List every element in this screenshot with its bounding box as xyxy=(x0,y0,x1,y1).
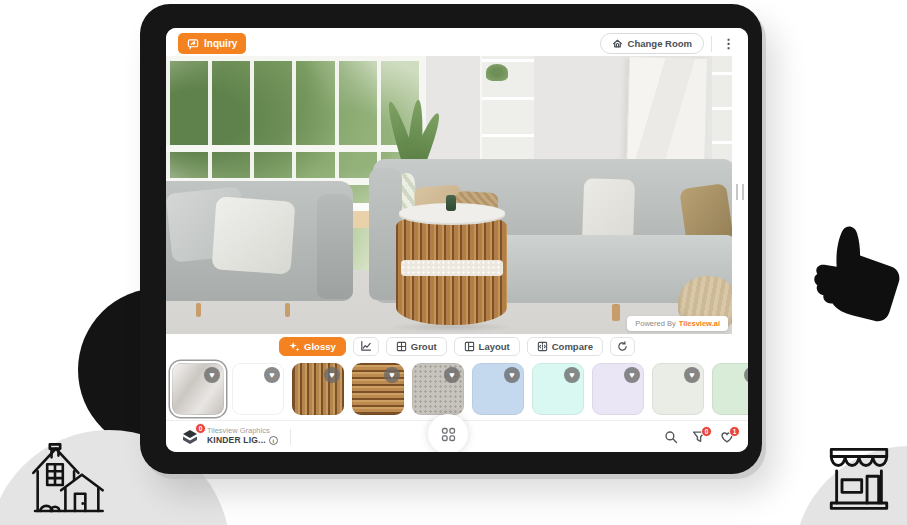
footer-divider xyxy=(290,429,291,445)
tile-swatch-sage[interactable]: ♥ xyxy=(652,363,704,415)
inquiry-icon xyxy=(187,38,199,50)
glossy-label: Glossy xyxy=(304,341,336,352)
left-sofa-pillow-white xyxy=(212,196,296,274)
tablet-device: Inquiry Change Room ⋮ xyxy=(140,4,762,474)
favorite-heart-icon[interactable]: ♥ xyxy=(324,367,340,383)
change-room-label: Change Room xyxy=(628,38,692,49)
room-shelf-plant xyxy=(486,64,509,81)
tile-swatch-white[interactable]: ♥ xyxy=(232,363,284,415)
search-icon[interactable] xyxy=(664,430,678,444)
tile-swatch-wood-vertical[interactable]: ♥ xyxy=(292,363,344,415)
logo-badge: 0 xyxy=(195,423,206,434)
chart-icon xyxy=(360,340,372,352)
left-sofa xyxy=(166,181,353,309)
layout-icon xyxy=(464,341,475,352)
favorite-heart-icon[interactable]: ♥ xyxy=(204,367,220,383)
app-screen: Inquiry Change Room ⋮ xyxy=(166,28,748,452)
favorite-heart-icon[interactable]: ♥ xyxy=(744,367,748,383)
apps-grid-icon xyxy=(441,427,456,442)
inquiry-button[interactable]: Inquiry xyxy=(178,33,246,54)
powered-by-prefix: Powered By xyxy=(635,319,675,328)
tile-swatch-wood-horizontal[interactable]: ♥ xyxy=(352,363,404,415)
glossy-button[interactable]: Glossy xyxy=(279,337,346,356)
drag-handle-icon[interactable] xyxy=(736,184,744,200)
tile-swatch-green[interactable]: ♥ xyxy=(712,363,748,415)
refresh-icon xyxy=(617,341,628,352)
compare-icon xyxy=(537,341,548,352)
favorite-heart-icon[interactable]: ♥ xyxy=(444,367,460,383)
filter-badge: 0 xyxy=(701,426,712,437)
selected-product-name: KINDER LIG... xyxy=(207,436,266,446)
refresh-button[interactable] xyxy=(610,337,635,356)
inquiry-label: Inquiry xyxy=(204,38,237,49)
favorite-heart-icon[interactable]: ♥ xyxy=(264,367,280,383)
powered-by-brand: Tilesview.ai xyxy=(679,319,720,328)
favorite-heart-icon[interactable]: ♥ xyxy=(504,367,520,383)
left-sofa-arm xyxy=(317,194,353,299)
favorite-heart-icon[interactable]: ♥ xyxy=(624,367,640,383)
grout-label: Grout xyxy=(411,341,437,352)
store-icon xyxy=(820,444,898,512)
info-icon[interactable]: i xyxy=(269,436,278,445)
tile-swatch-lavender[interactable]: ♥ xyxy=(592,363,644,415)
favorite-heart-icon[interactable]: ♥ xyxy=(384,367,400,383)
layout-button[interactable]: Layout xyxy=(454,337,520,356)
tile-swatch-mint[interactable]: ♥ xyxy=(532,363,584,415)
filter-icon[interactable]: 0 xyxy=(692,430,706,444)
apps-fab-button[interactable] xyxy=(428,414,468,452)
wishlist-badge: 1 xyxy=(729,426,740,437)
app-header: Inquiry Change Room ⋮ xyxy=(166,28,748,56)
home-icon xyxy=(612,38,623,49)
compare-label: Compare xyxy=(552,341,593,352)
kebab-menu-icon[interactable]: ⋮ xyxy=(719,35,738,52)
tile-swatch-strip: ♥♥♥♥♥♥♥♥♥♥ xyxy=(166,358,748,420)
favorite-heart-icon[interactable]: ♥ xyxy=(564,367,580,383)
compare-button[interactable]: Compare xyxy=(527,337,603,356)
favorite-heart-icon[interactable]: ♥ xyxy=(684,367,700,383)
layout-label: Layout xyxy=(479,341,510,352)
wicker-coffee-table xyxy=(395,203,508,328)
page: Inquiry Change Room ⋮ xyxy=(0,0,907,525)
sofa-leg xyxy=(285,303,289,317)
brand-logo: 0 xyxy=(180,427,200,447)
grout-button[interactable]: Grout xyxy=(386,337,447,356)
tile-swatch-grey-speckle[interactable]: ♥ xyxy=(412,363,464,415)
sparkle-icon xyxy=(289,341,300,352)
thumbs-up-hand-icon xyxy=(806,222,904,334)
house-icon xyxy=(22,440,114,518)
table-lace-band xyxy=(401,260,503,276)
table-green-jar xyxy=(446,195,456,211)
powered-by-badge[interactable]: Powered By Tilesview.ai xyxy=(627,316,728,331)
room-photo xyxy=(166,56,732,334)
shade-chart-button[interactable] xyxy=(353,337,379,356)
grid-icon xyxy=(396,341,407,352)
footer-actions: 0 1 xyxy=(664,430,734,444)
room-viewer: Powered By Tilesview.ai xyxy=(166,56,748,334)
tile-swatch-light-blue[interactable]: ♥ xyxy=(472,363,524,415)
sofa-leg xyxy=(612,304,620,321)
brand-text: Tilesview Graphics KINDER LIG... i xyxy=(207,427,278,445)
change-room-button[interactable]: Change Room xyxy=(600,33,704,54)
viewer-toolbar: Glossy Grout xyxy=(166,334,748,358)
sofa-leg xyxy=(196,303,200,317)
wishlist-icon[interactable]: 1 xyxy=(720,430,734,444)
header-actions: Change Room ⋮ xyxy=(600,33,738,54)
header-divider xyxy=(711,36,712,52)
tile-swatch-grey-marble[interactable]: ♥ xyxy=(172,363,224,415)
